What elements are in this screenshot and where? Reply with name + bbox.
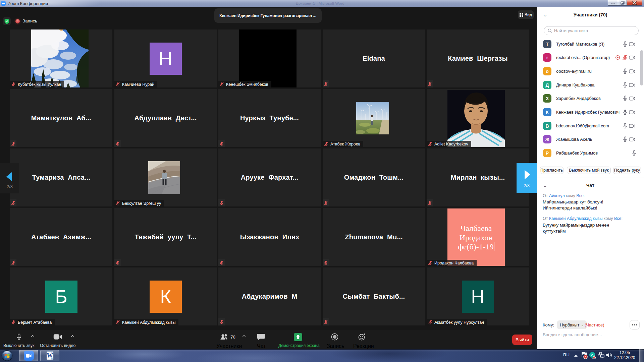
svg-text:e: e xyxy=(591,352,593,357)
